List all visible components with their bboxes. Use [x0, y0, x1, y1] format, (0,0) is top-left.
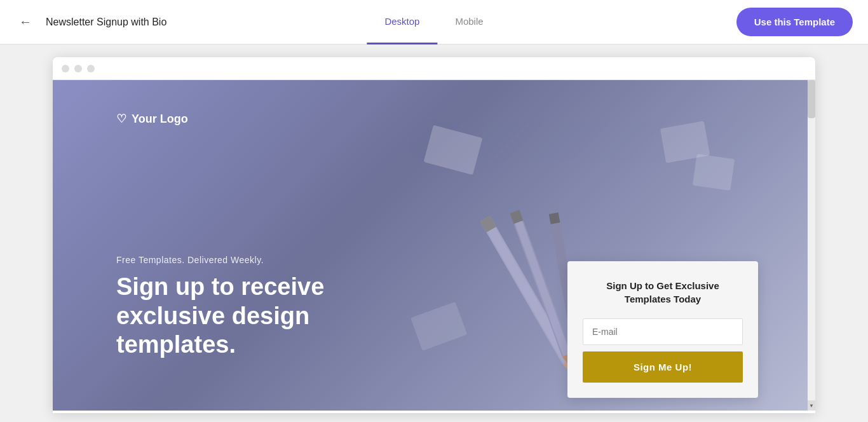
topbar: ← Newsletter Signup with Bio Desktop Mob… — [0, 0, 868, 44]
scrollbar-track: ▲ ▼ — [808, 80, 815, 411]
tab-mobile[interactable]: Mobile — [437, 0, 501, 44]
svg-rect-10 — [549, 212, 560, 224]
page-title: Newsletter Signup with Bio — [46, 17, 166, 28]
back-icon: ← — [19, 15, 32, 29]
topbar-left: ← Newsletter Signup with Bio — [15, 12, 166, 32]
subtitle-text: Free Templates. Delivered Weekly. — [116, 255, 383, 265]
browser-mock: ♡ Your Logo Free Templates. Delivered We… — [53, 57, 815, 413]
logo-heart-icon: ♡ — [116, 112, 126, 126]
browser-dot-3 — [87, 65, 95, 72]
back-button[interactable]: ← — [15, 12, 36, 32]
browser-dot-2 — [74, 65, 82, 72]
signup-card: Sign Up to Get Exclusive Templates Today… — [567, 261, 758, 398]
svg-rect-11 — [424, 125, 483, 175]
use-template-button[interactable]: Use this Template — [736, 8, 853, 36]
svg-rect-14 — [410, 302, 467, 351]
scroll-down-arrow[interactable]: ▼ — [808, 400, 815, 411]
main-headline: Sign up to receive exclusive design temp… — [116, 273, 383, 360]
scrollbar-thumb[interactable] — [808, 80, 815, 118]
left-content: Free Templates. Delivered Weekly. Sign u… — [116, 255, 383, 360]
logo-text: Your Logo — [132, 112, 188, 126]
email-input[interactable] — [583, 318, 743, 345]
signup-card-title: Sign Up to Get Exclusive Templates Today — [583, 279, 743, 306]
logo-area: ♡ Your Logo — [116, 112, 188, 126]
sign-me-up-button[interactable]: Sign Me Up! — [583, 351, 743, 383]
svg-rect-13 — [693, 154, 735, 191]
browser-bar — [53, 57, 815, 80]
tab-desktop[interactable]: Desktop — [367, 0, 437, 44]
template-content: ♡ Your Logo Free Templates. Delivered We… — [53, 80, 815, 411]
browser-dot-1 — [62, 65, 69, 72]
preview-area: ♡ Your Logo Free Templates. Delivered We… — [0, 44, 868, 422]
tab-bar: Desktop Mobile — [367, 0, 501, 44]
